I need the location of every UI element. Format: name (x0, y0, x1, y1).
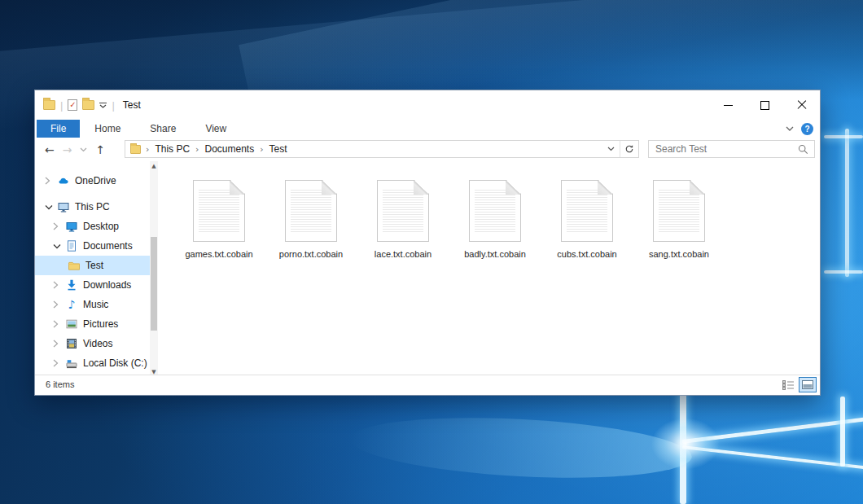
customize-quick-access-icon[interactable] (99, 103, 107, 108)
sidebar-item-label: Local Disk (C:) (83, 357, 147, 369)
files-pane: games.txt.cobain porno.txt.cobain lace.t… (164, 180, 812, 259)
explorer-folder-icon[interactable] (43, 100, 55, 110)
sidebar-item-label: Videos (83, 338, 112, 349)
sidebar-item-label: OneDrive (75, 175, 116, 186)
sidebar-item-desktop[interactable]: Desktop (35, 217, 150, 236)
folder-icon (68, 259, 81, 272)
titlebar[interactable]: | ✓ | Test (35, 90, 820, 120)
address-dropdown-button[interactable] (602, 141, 620, 157)
videos-icon (65, 337, 78, 350)
chevron-down-icon[interactable] (53, 243, 61, 249)
toolbar-separator: | (60, 99, 63, 112)
large-icons-view-icon (802, 380, 813, 389)
breadcrumb-test[interactable]: Test (265, 143, 291, 155)
chevron-right-icon[interactable] (53, 359, 61, 367)
details-view-button[interactable] (779, 377, 797, 392)
document-icon (653, 180, 705, 242)
sidebar-scrollbar[interactable]: ▲ ▼ (150, 161, 158, 377)
chevron-right-icon[interactable] (53, 281, 61, 289)
help-button[interactable]: ? (801, 123, 813, 135)
tab-view[interactable]: View (191, 120, 241, 138)
tab-home[interactable]: Home (80, 120, 135, 138)
ribbon-tabs: File Home Share View (35, 120, 820, 138)
local-disk-icon (65, 357, 78, 370)
maximize-button[interactable] (747, 90, 783, 120)
sidebar-item-documents[interactable]: Documents (35, 236, 150, 256)
downloads-icon (65, 278, 78, 291)
file-tile[interactable]: lace.txt.cobain (360, 180, 446, 259)
chevron-right-icon[interactable] (53, 320, 61, 328)
wallpaper-logo-line (824, 270, 863, 274)
chevron-right-icon[interactable] (53, 340, 61, 348)
new-folder-icon[interactable] (82, 100, 94, 110)
sidebar-item-this-pc[interactable]: This PC (35, 197, 150, 217)
toolbar-separator: | (112, 99, 114, 112)
search-icon[interactable] (798, 144, 808, 155)
details-view-icon (782, 380, 795, 390)
refresh-button[interactable] (620, 141, 638, 157)
large-icons-view-button[interactable] (799, 377, 817, 392)
sidebar-item-downloads[interactable]: Downloads (35, 275, 150, 295)
search-box (648, 140, 815, 158)
sidebar-item-pictures[interactable]: Pictures (35, 314, 150, 334)
close-button[interactable] (783, 90, 820, 120)
document-icon (377, 180, 429, 242)
scrollbar-thumb[interactable] (151, 237, 157, 331)
chevron-down-icon[interactable] (45, 204, 53, 210)
check-icon: ✓ (69, 101, 76, 109)
expand-ribbon-icon[interactable] (786, 126, 794, 131)
scroll-up-icon[interactable]: ▲ (150, 161, 158, 171)
explorer-window: | ✓ | Test File Home Share View (34, 90, 821, 396)
breadcrumb-separator: › (258, 144, 265, 155)
file-tile[interactable]: cubs.txt.cobain (544, 180, 630, 259)
search-input[interactable] (649, 141, 798, 157)
items-count: 6 items (46, 379, 74, 389)
wallpaper-logo-line (845, 129, 849, 277)
ribbon-right-controls: ? (786, 120, 813, 138)
sidebar-item-onedrive[interactable]: OneDrive (35, 171, 150, 191)
sidebar-item-label: Documents (83, 240, 133, 252)
document-icon (285, 180, 337, 242)
up-button[interactable]: ↑ (95, 144, 105, 156)
forward-button[interactable]: → (63, 144, 72, 156)
quick-access-toolbar: | ✓ | Test (43, 90, 141, 120)
music-note-icon: ♪ (65, 298, 78, 311)
sidebar-item-videos[interactable]: Videos (35, 334, 150, 353)
wallpaper-logo-line (824, 135, 863, 138)
sidebar-item-music[interactable]: ♪ Music (35, 295, 150, 314)
chevron-right-icon[interactable] (45, 177, 53, 185)
file-tile[interactable]: porno.txt.cobain (268, 180, 354, 259)
breadcrumb-documents[interactable]: Documents (201, 143, 259, 155)
wallpaper-logo-line (682, 445, 863, 469)
document-icon (193, 180, 245, 242)
address-bar-controls (602, 141, 638, 157)
file-name: cubs.txt.cobain (544, 249, 630, 259)
nav-buttons: ← → ↑ (45, 138, 105, 161)
window-title: Test (123, 99, 141, 111)
close-icon (797, 100, 807, 110)
file-tile[interactable]: games.txt.cobain (176, 180, 262, 259)
file-tile[interactable]: sang.txt.cobain (636, 180, 722, 259)
onedrive-cloud-icon (57, 174, 70, 187)
sidebar-item-test[interactable]: Test (35, 256, 150, 275)
minimize-button[interactable] (710, 90, 747, 120)
desktop-icon (65, 220, 78, 233)
address-bar[interactable]: › This PC › Documents › Test (125, 140, 639, 158)
view-toggle-buttons (779, 377, 817, 392)
file-name: porno.txt.cobain (268, 249, 354, 259)
properties-icon[interactable]: ✓ (68, 99, 77, 111)
sidebar-item-label: Desktop (83, 221, 119, 232)
desktop: | ✓ | Test File Home Share View (0, 0, 863, 504)
recent-locations-icon[interactable] (80, 147, 87, 152)
file-tile[interactable]: badly.txt.cobain (452, 180, 538, 259)
sidebar-item-local-disk[interactable]: Local Disk (C:) (35, 353, 150, 373)
tab-share[interactable]: Share (135, 120, 191, 138)
wallpaper-floor-glow (348, 410, 693, 485)
back-button[interactable]: ← (45, 144, 55, 156)
chevron-right-icon[interactable] (53, 300, 61, 309)
chevron-right-icon[interactable] (53, 222, 61, 230)
breadcrumb-this-pc[interactable]: This PC (151, 143, 194, 155)
window-controls (710, 90, 820, 120)
tab-file[interactable]: File (37, 120, 80, 138)
file-name: games.txt.cobain (176, 249, 262, 259)
